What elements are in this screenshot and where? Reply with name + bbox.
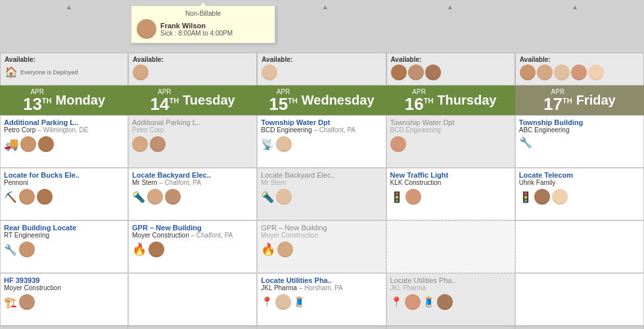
avail-avatar — [408, 64, 424, 80]
job-title-r3-c0[interactable]: Rear Building Locate — [4, 224, 124, 232]
job-cell-r1-c4[interactable]: Township Building ABC Engineering 🔧 — [515, 115, 644, 168]
add-btn-1[interactable]: + — [128, 326, 257, 329]
day-num-1: 14TH — [150, 95, 179, 113]
job-title-r4-c0[interactable]: HF 393939 — [4, 276, 124, 284]
calendar-wrapper: Non-Billable Frank Wilson Sick : 8:00AM … — [0, 0, 644, 329]
day-num-3: 16TH — [405, 95, 434, 113]
scroll-up-col1[interactable]: ▲ — [66, 3, 72, 11]
avail-label-4: Available: — [520, 56, 639, 63]
job-cell-r3-c4 — [515, 220, 644, 273]
person-face — [390, 136, 406, 152]
job-cell-r4-c0[interactable]: HF 393939 Moyer Construction 🏗️ — [0, 273, 128, 326]
job-title-r1-c3[interactable]: Township Water Dpt — [390, 118, 511, 126]
scroll-up-col5[interactable]: ▲ — [572, 3, 578, 11]
locator-icon: 🔦 — [132, 191, 145, 203]
job-company-r2-c4: Uhrik Family — [519, 179, 640, 186]
job-cell-r4-c3[interactable]: Locate Utilities Pha.. JKL Pharma 📍 🧵 — [386, 273, 515, 326]
job-title-r4-c2[interactable]: Locate Utilities Pha.. — [261, 276, 382, 284]
job-icons-r1-c4: 🔧 — [519, 136, 640, 149]
job-title-r2-c1[interactable]: Locate Backyard Elec.. — [132, 171, 253, 179]
day-name-0: Monday — [56, 93, 106, 108]
avail-avatar — [425, 64, 441, 80]
job-icons-r3-c1: 🔥 — [132, 241, 253, 257]
person-face — [437, 294, 453, 310]
job-cell-r3-c1[interactable]: GPR – New Building Moyer Construction – … — [128, 220, 257, 273]
job-icons-r1-c0: 🚚 — [4, 136, 124, 152]
job-title-r1-c1[interactable]: Additional Parking L.. — [132, 118, 253, 126]
pole-icon: 🚦 — [390, 191, 403, 203]
avail-avatar — [262, 64, 277, 80]
job-icons-r4-c0: 🏗️ — [4, 294, 124, 310]
popup-status: Sick : 8:00AM to 4:00PM — [160, 30, 233, 37]
job-title-r1-c0[interactable]: Additional Parking L.. — [4, 118, 124, 126]
job-icons-r1-c2: 📡 — [261, 136, 382, 152]
job-company-r2-c1: Mr Stern – Chalfont, PA — [132, 179, 253, 186]
spool-icon: 🧵 — [293, 296, 306, 308]
job-icons-r2-c2: 🔦 — [261, 189, 382, 205]
grid-row-3: Rear Building Locate RT Engineering 🔧 GP… — [0, 220, 644, 273]
popup-label: Non-Billable — [137, 10, 269, 17]
avail-label-2: Available: — [262, 56, 381, 63]
add-btn-4[interactable]: + — [515, 326, 644, 329]
person-face — [19, 294, 35, 310]
avail-label-0: Available: — [5, 56, 124, 63]
person-face — [150, 136, 166, 152]
avail-label-1: Available: — [133, 56, 252, 63]
available-row: Available: 🏠 Everyone is Deployed Availa… — [0, 53, 644, 86]
avail-cell-0: Available: 🏠 Everyone is Deployed — [0, 53, 128, 86]
job-title-r3-c1[interactable]: GPR – New Building — [132, 224, 253, 232]
add-btn-2[interactable]: + — [257, 326, 386, 329]
add-btn-0[interactable]: + — [0, 326, 128, 329]
job-company-r4-c3: JKL Pharma — [390, 284, 511, 291]
job-icons-r2-c4: 🚦 — [519, 189, 640, 205]
job-icons-r4-c3: 📍 🧵 — [390, 294, 511, 310]
job-cell-r2-c0[interactable]: Locate for Bucks Ele.. Pennoni ⛏️ — [0, 168, 128, 220]
spool-icon2: 🧵 — [423, 296, 435, 308]
person-face — [552, 189, 568, 205]
scroll-up-col4[interactable]: ▲ — [447, 3, 453, 11]
person-face — [147, 189, 163, 205]
job-company-r2-c2: Mr Stern — [261, 179, 382, 186]
job-company-r3-c1: Moyer Construction – Chalfont, PA — [132, 232, 253, 239]
job-cell-r1-c3[interactable]: Township Water Dpt BCD Engineering — [386, 115, 515, 168]
job-cell-r1-c1[interactable]: Additional Parking L.. Petro Corp — [128, 115, 257, 168]
job-cell-r4-c2[interactable]: Locate Utilities Pha.. JKL Pharma – Hors… — [257, 273, 386, 326]
job-title-r2-c0[interactable]: Locate for Bucks Ele.. — [4, 171, 124, 179]
job-company-r4-c2: JKL Pharma – Horsham, PA — [261, 284, 382, 291]
person-face — [275, 294, 291, 310]
wand-icon: 🔧 — [519, 136, 532, 149]
person-face — [405, 189, 421, 205]
truck-icon: 🚚 — [4, 137, 18, 151]
person-face — [20, 136, 36, 152]
locate-icon: 📍 — [261, 296, 273, 308]
add-btn-3[interactable]: + — [386, 326, 515, 329]
job-cell-r3-c3 — [386, 220, 515, 273]
shovel-icon: ⛏️ — [4, 191, 17, 203]
locate-icon2: 📍 — [390, 296, 403, 308]
job-cell-r3-c0[interactable]: Rear Building Locate RT Engineering 🔧 — [0, 220, 128, 273]
job-title-r4-c3[interactable]: Locate Utilities Pha.. — [390, 276, 511, 284]
detector-icon: 📡 — [261, 138, 274, 151]
job-cell-r4-c4 — [515, 273, 644, 326]
person-face — [19, 241, 35, 257]
job-title-r1-c4[interactable]: Township Building — [519, 118, 640, 126]
job-cell-r2-c3[interactable]: New Traffic Light KLK Construction 🚦 — [386, 168, 515, 220]
digger-icon: 🏗️ — [4, 296, 17, 309]
avail-avatar — [537, 64, 553, 80]
job-company-r1-c2: BCD Engineering – Chalfont, PA — [261, 126, 382, 134]
job-title-r2-c2[interactable]: Locate Backyard Elec.. — [261, 171, 382, 179]
job-title-r3-c2[interactable]: GPR – New Building — [261, 224, 382, 232]
job-cell-r2-c4[interactable]: Locate Telecom Uhrik Family 🚦 — [515, 168, 644, 220]
job-cell-r3-c2[interactable]: GPR – New Building Moyer Construction 🔥 — [257, 220, 386, 273]
scroll-up-col3[interactable]: ▲ — [322, 3, 329, 11]
job-title-r2-c4[interactable]: Locate Telecom — [519, 171, 640, 179]
avail-avatar — [391, 64, 407, 80]
marker-icon: 🔧 — [4, 243, 17, 256]
job-cell-r1-c0[interactable]: Additional Parking L.. Petro Corp – Wilm… — [0, 115, 128, 168]
job-title-r2-c3[interactable]: New Traffic Light — [390, 171, 511, 179]
grid-row-1: Additional Parking L.. Petro Corp – Wilm… — [0, 115, 644, 168]
job-cell-r1-c2[interactable]: Township Water Dpt BCD Engineering – Cha… — [257, 115, 386, 168]
job-cell-r2-c2[interactable]: Locate Backyard Elec.. Mr Stern 🔦 — [257, 168, 386, 220]
job-title-r1-c2[interactable]: Township Water Dpt — [261, 118, 382, 126]
job-cell-r2-c1[interactable]: Locate Backyard Elec.. Mr Stern – Chalfo… — [128, 168, 257, 220]
